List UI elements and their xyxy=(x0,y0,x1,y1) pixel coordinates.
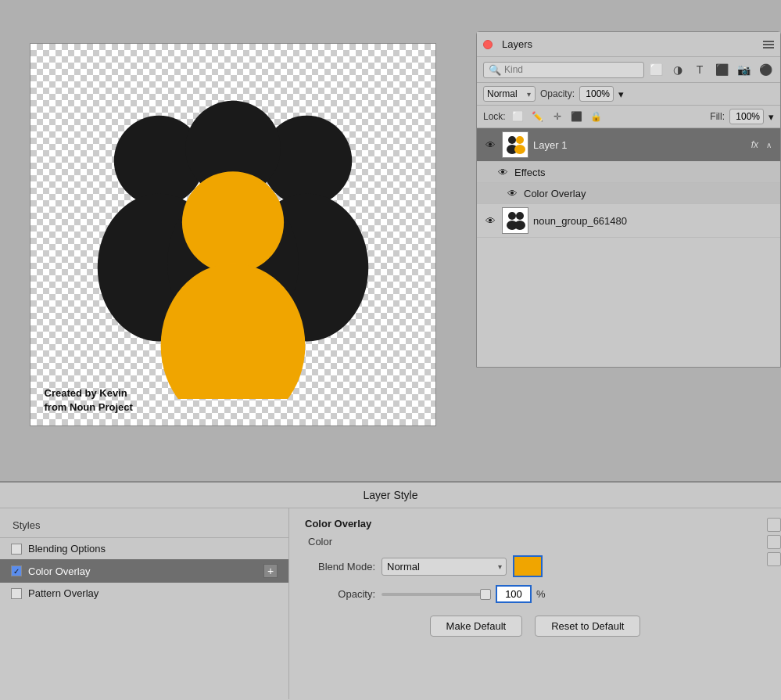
blend-mode-select[interactable]: Normal Multiply Screen xyxy=(483,86,536,102)
opacity-slider[interactable] xyxy=(382,593,491,596)
search-input[interactable] xyxy=(504,64,639,75)
opacity-slider-wrap: % xyxy=(382,585,546,603)
dialog-right-buttons xyxy=(767,518,781,566)
panel-tabs: Layers xyxy=(496,37,539,52)
styles-panel: Styles Blending Options ✓ Color Overlay … xyxy=(0,508,289,699)
search-icon: 🔍 xyxy=(489,64,501,76)
blending-options-checkbox[interactable] xyxy=(11,544,22,555)
canvas-frame: Created by Kevin from Noun Project xyxy=(30,43,436,426)
layer1-name: Layer 1 xyxy=(533,139,747,151)
dialog-titlebar: Layer Style xyxy=(0,483,781,508)
noun-group-name: noun_group_661480 xyxy=(533,215,774,227)
layers-list: 👁 Layer 1 fx ∧ 👁 Effects 👁 Color Overlay xyxy=(477,128,780,238)
color-overlay-checkbox[interactable]: ✓ xyxy=(11,565,22,576)
percent-label: % xyxy=(536,588,546,600)
layer1-fx-icon[interactable]: fx xyxy=(751,139,758,150)
panel-close-button[interactable] xyxy=(483,40,493,49)
overlay-blend-mode-row: Blend Mode: Normal Dissolve Multiply Scr… xyxy=(305,555,765,577)
opacity-chevron[interactable]: ▾ xyxy=(618,88,624,100)
caption-line2: from Noun Project xyxy=(45,400,133,415)
dialog-right-btn-2[interactable] xyxy=(767,535,781,549)
svg-point-12 xyxy=(508,212,516,220)
overlay-panel: Color Overlay Color Blend Mode: Normal D… xyxy=(289,508,781,699)
layers-panel: Layers 🔍 ⬜ ◑ T ⬛ 📷 ⚫ Normal Multiply Scr… xyxy=(476,31,781,368)
color-overlay-style-label: Color Overlay xyxy=(28,565,90,577)
overlay-blend-label: Blend Mode: xyxy=(305,561,375,573)
filter-toggle-icon[interactable]: ⚫ xyxy=(757,61,774,78)
panel-titlebar: Layers xyxy=(477,32,780,57)
layer-row-color-overlay[interactable]: 👁 Color Overlay xyxy=(477,183,780,204)
adjustment-layer-filter-icon[interactable]: ◑ xyxy=(669,61,686,78)
layers-search-row: 🔍 ⬜ ◑ T ⬛ 📷 ⚫ xyxy=(477,57,780,83)
lock-image-pixels-icon[interactable]: ✏️ xyxy=(530,109,546,124)
layer-style-dialog: Layer Style Styles Blending Options ✓ Co… xyxy=(0,481,781,700)
overlay-blend-mode-select[interactable]: Normal Dissolve Multiply Screen Overlay xyxy=(382,558,507,576)
color-overlay-label: Color Overlay xyxy=(524,188,774,199)
color-overlay-add-button[interactable]: + xyxy=(263,564,278,578)
svg-point-10 xyxy=(516,136,524,144)
layer1-expand-icon[interactable]: ∧ xyxy=(763,139,774,150)
style-item-pattern[interactable]: Pattern Overlay xyxy=(0,583,288,604)
dialog-right-btn-1[interactable] xyxy=(767,518,781,532)
dialog-buttons: Make Default Reset to Default xyxy=(305,616,765,637)
pixel-layer-filter-icon[interactable]: ⬜ xyxy=(647,61,665,78)
dialog-title: Layer Style xyxy=(363,489,417,501)
effects-visibility-icon[interactable]: 👁 xyxy=(496,165,510,179)
lock-label: Lock: xyxy=(483,111,506,122)
effects-label: Effects xyxy=(514,167,774,178)
layer-row-noun-group[interactable]: 👁 noun_group_661480 xyxy=(477,204,780,238)
fill-label: Fill: xyxy=(710,111,725,122)
dialog-body: Styles Blending Options ✓ Color Overlay … xyxy=(0,508,781,699)
artwork-svg xyxy=(69,70,397,399)
canvas-artwork xyxy=(30,44,435,425)
noun-group-visibility-icon[interactable]: 👁 xyxy=(483,214,497,228)
pattern-overlay-label: Pattern Overlay xyxy=(28,587,99,599)
overlay-blend-select-wrapper: Normal Dissolve Multiply Screen Overlay xyxy=(382,558,507,576)
opacity-label: Opacity: xyxy=(540,88,575,99)
color-overlay-visibility-icon[interactable]: 👁 xyxy=(505,186,519,200)
layer1-thumbnail xyxy=(502,131,528,158)
blend-mode-row: Normal Multiply Screen Opacity: ▾ xyxy=(477,83,780,106)
fill-chevron[interactable]: ▾ xyxy=(768,111,774,123)
color-swatch[interactable] xyxy=(513,555,543,577)
shape-layer-filter-icon[interactable]: ⬛ xyxy=(713,61,730,78)
dialog-right-btn-3[interactable] xyxy=(767,552,781,566)
lock-all-icon[interactable]: 🔒 xyxy=(589,109,604,124)
overlay-group-title: Color xyxy=(305,536,765,547)
svg-point-15 xyxy=(514,221,525,230)
reset-to-default-button[interactable]: Reset to Default xyxy=(535,616,640,637)
svg-point-8 xyxy=(508,136,516,144)
svg-point-6 xyxy=(181,171,283,273)
fill-input[interactable] xyxy=(729,109,764,124)
layer1-visibility-icon[interactable]: 👁 xyxy=(483,138,497,152)
layers-filter-icons: ⬜ ◑ T ⬛ 📷 ⚫ xyxy=(647,61,774,78)
layer-row-layer1[interactable]: 👁 Layer 1 fx ∧ xyxy=(477,128,780,162)
overlay-opacity-label: Opacity: xyxy=(305,588,375,600)
lock-position-icon[interactable]: ✛ xyxy=(550,109,565,124)
search-input-wrap: 🔍 xyxy=(483,62,644,78)
svg-point-11 xyxy=(514,145,525,154)
smart-object-filter-icon[interactable]: 📷 xyxy=(735,61,752,78)
overlay-opacity-row: Opacity: % xyxy=(305,585,765,603)
type-layer-filter-icon[interactable]: T xyxy=(691,61,708,78)
style-item-color-overlay[interactable]: ✓ Color Overlay + xyxy=(0,559,288,583)
overlay-section-title: Color Overlay xyxy=(305,518,765,529)
lock-artboard-icon[interactable]: ⬛ xyxy=(569,109,585,124)
layer-row-effects[interactable]: 👁 Effects xyxy=(477,162,780,183)
make-default-button[interactable]: Make Default xyxy=(430,616,523,637)
layers-tab[interactable]: Layers xyxy=(496,37,539,52)
lock-row: Lock: ⬜ ✏️ ✛ ⬛ 🔒 Fill: ▾ xyxy=(477,106,780,128)
opacity-number-input[interactable] xyxy=(496,585,532,603)
style-item-blending[interactable]: Blending Options xyxy=(0,538,288,559)
canvas-area: Created by Kevin from Noun Project xyxy=(0,0,465,469)
blend-mode-select-wrapper: Normal Multiply Screen xyxy=(483,86,536,102)
panel-menu-icon[interactable] xyxy=(763,41,774,48)
noun-group-thumbnail xyxy=(502,207,528,234)
pattern-overlay-checkbox[interactable] xyxy=(11,588,22,599)
opacity-input[interactable] xyxy=(579,86,614,102)
canvas-caption: Created by Kevin from Noun Project xyxy=(45,386,133,415)
lock-transparent-pixels-icon[interactable]: ⬜ xyxy=(511,109,526,124)
blending-options-label: Blending Options xyxy=(28,543,106,555)
styles-panel-title: Styles xyxy=(0,516,288,538)
lock-icons: ⬜ ✏️ ✛ ⬛ 🔒 xyxy=(511,109,604,124)
